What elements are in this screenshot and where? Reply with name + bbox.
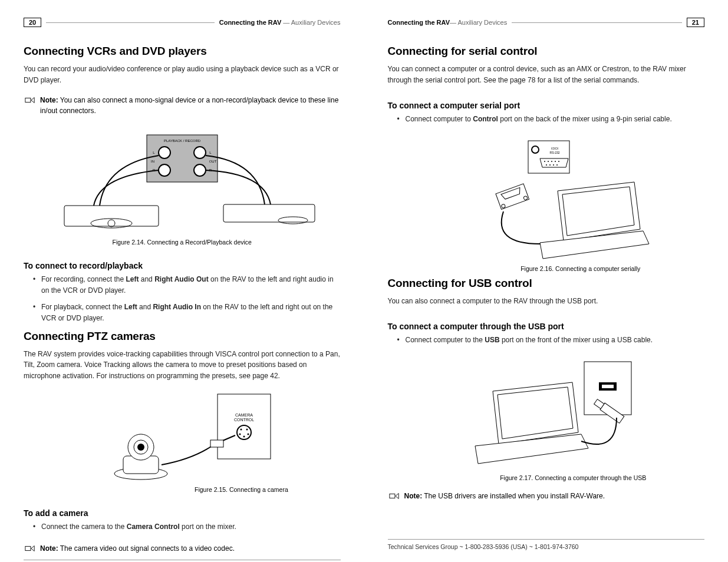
note-icon [25, 544, 35, 553]
serial-diagram: IOIOI RS-232 [440, 138, 652, 262]
svg-point-43 [546, 164, 547, 166]
svg-rect-33 [25, 546, 31, 550]
footer-left: Technical Services Group ~ 1-800-283-593… [24, 560, 341, 562]
intro-usb: You can also connect a computer to the R… [388, 296, 705, 307]
svg-point-24 [239, 434, 241, 435]
svg-point-4 [194, 147, 206, 158]
caption-2-16: Figure 2.16. Connecting a computer seria… [440, 265, 652, 272]
figure-2-15: CAMERA CONTROL Figure 2.15. Connecting a… [64, 388, 300, 493]
note-text: Note: The USB drivers are installed when… [404, 491, 705, 501]
list-record-playback: For recording, connect the Left and Righ… [24, 274, 341, 329]
intro-serial: You can connect a computer or a control … [388, 64, 705, 85]
list-serial: Connect computer to Control port on the … [388, 114, 705, 131]
svg-text:IN: IN [151, 160, 154, 163]
caption-2-15: Figure 2.15. Connecting a camera [64, 486, 300, 493]
heading-add-camera: To add a camera [24, 508, 341, 518]
note-icon [389, 492, 400, 500]
page-left: 20 Connecting the RAV — Auxiliary Device… [0, 0, 364, 562]
camera-diagram: CAMERA CONTROL [64, 388, 300, 482]
note-text: Note: The camera video out signal connec… [40, 543, 341, 554]
svg-point-38 [544, 161, 545, 162]
page-number: 20 [24, 18, 41, 27]
caption-2-17: Figure 2.17. Connecting a computer throu… [434, 474, 658, 481]
svg-point-31 [137, 444, 144, 451]
list-item: For recording, connect the Left and Righ… [33, 274, 341, 296]
svg-rect-55 [389, 494, 394, 498]
svg-point-42 [558, 161, 559, 162]
svg-point-26 [243, 436, 245, 438]
header-left: 20 Connecting the RAV — Auxiliary Device… [24, 18, 341, 27]
list-item: Connect computer to the USB port on the … [397, 335, 705, 346]
svg-point-46 [556, 164, 558, 166]
svg-text:IOIOI: IOIOI [551, 147, 558, 150]
svg-rect-52 [602, 385, 614, 388]
svg-point-45 [553, 164, 554, 166]
list-item: Connect the camera to the Camera Control… [33, 521, 341, 533]
svg-point-3 [159, 147, 170, 158]
intro-ptz: The RAV system provides voice-tracking c… [24, 349, 341, 382]
svg-text:OUT: OUT [209, 160, 216, 163]
header-rule [46, 22, 214, 23]
figure-2-16: IOIOI RS-232 Figure 2.16. Connecting a [440, 138, 652, 272]
svg-point-44 [549, 164, 551, 166]
list-add-camera: Connect the camera to the Camera Control… [24, 521, 341, 538]
heading-usb: Connecting for USB control [388, 277, 705, 290]
footer-right: Technical Services Group ~ 1-800-283-593… [388, 539, 705, 550]
note-icon [25, 96, 35, 104]
page-number: 21 [687, 18, 704, 27]
svg-point-40 [551, 161, 552, 162]
svg-point-39 [548, 161, 549, 162]
svg-point-25 [247, 434, 249, 435]
header-right: Connecting the RAV— Auxiliary Devices 21 [388, 18, 705, 27]
heading-vcr-dvd: Connecting VCRs and DVD players [24, 45, 341, 58]
svg-point-22 [240, 429, 242, 431]
svg-point-5 [159, 164, 170, 176]
heading-serial-port: To connect a computer serial port [388, 101, 705, 110]
svg-rect-0 [25, 98, 31, 103]
heading-ptz: Connecting PTZ cameras [24, 330, 341, 343]
caption-2-14: Figure 2.14. Connecting a Record/Playbac… [41, 239, 324, 246]
page-right: Connecting the RAV— Auxiliary Devices 21… [364, 0, 729, 562]
svg-rect-13 [64, 206, 159, 226]
figure-2-14: PLAYBACK / RECORD L L R R IN OUT [41, 129, 324, 246]
svg-rect-32 [210, 440, 223, 447]
figure-2-17: Figure 2.17. Connecting a computer throu… [434, 359, 658, 481]
heading-serial: Connecting for serial control [388, 45, 705, 58]
header-title: Connecting the RAV— Auxiliary Devices [388, 19, 508, 26]
note-text: Note: You can also connect a mono-signal… [40, 95, 341, 116]
header-rule [512, 22, 682, 23]
svg-rect-16 [223, 204, 315, 222]
list-item: Connect computer to Control port on the … [397, 114, 705, 125]
svg-point-6 [194, 164, 206, 176]
intro-vcr: You can record your audio/video conferen… [24, 64, 341, 85]
list-usb: Connect computer to the USB port on the … [388, 335, 705, 352]
svg-text:CONTROL: CONTROL [234, 418, 254, 422]
heading-record-playback: To connect to record/playback [24, 261, 341, 270]
heading-usb-port: To connect a computer through the USB po… [388, 322, 705, 331]
list-item: For playback, connect the Left and Right… [33, 302, 341, 323]
note-usb-drivers: Note: The USB drivers are installed when… [388, 491, 705, 501]
svg-rect-18 [218, 394, 271, 459]
vcr-diagram: PLAYBACK / RECORD L L R R IN OUT [41, 129, 324, 235]
svg-point-41 [555, 161, 556, 162]
usb-diagram [434, 359, 658, 471]
svg-text:PLAYBACK / RECORD: PLAYBACK / RECORD [164, 139, 201, 143]
content-left: Connecting VCRs and DVD players You can … [24, 45, 341, 560]
note-camera-codec: Note: The camera video out signal connec… [24, 543, 341, 554]
svg-text:CAMERA: CAMERA [235, 413, 253, 417]
header-title: Connecting the RAV — Auxiliary Devices [219, 19, 341, 26]
svg-point-23 [246, 429, 248, 431]
content-right: Connecting for serial control You can co… [388, 45, 705, 539]
note-mono-signal: Note: You can also connect a mono-signal… [24, 95, 341, 116]
svg-text:RS-232: RS-232 [550, 151, 560, 154]
